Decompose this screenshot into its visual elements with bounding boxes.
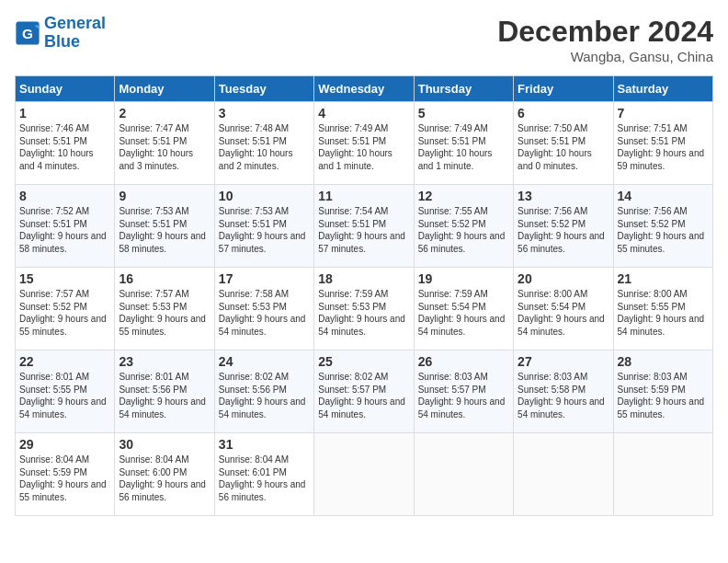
- location: Wangba, Gansu, China: [497, 49, 713, 64]
- day-number: 22: [19, 354, 110, 369]
- cell-info: Sunrise: 7:56 AM Sunset: 5:52 PM Dayligh…: [518, 205, 609, 255]
- page-header: G General Blue December 2024 Wangba, Gan…: [15, 15, 713, 64]
- calendar-cell: 13 Sunrise: 7:56 AM Sunset: 5:52 PM Dayl…: [514, 185, 613, 268]
- cell-info: Sunrise: 7:57 AM Sunset: 5:52 PM Dayligh…: [19, 288, 110, 338]
- calendar-week-4: 22 Sunrise: 8:01 AM Sunset: 5:55 PM Dayl…: [16, 350, 713, 433]
- calendar-cell: 8 Sunrise: 7:52 AM Sunset: 5:51 PM Dayli…: [16, 185, 115, 268]
- calendar-cell: 7 Sunrise: 7:51 AM Sunset: 5:51 PM Dayli…: [613, 102, 712, 185]
- day-number: 18: [318, 271, 409, 286]
- day-number: 12: [418, 189, 509, 203]
- day-number: 3: [219, 106, 310, 121]
- day-number: 8: [19, 189, 110, 203]
- day-number: 28: [618, 354, 709, 369]
- calendar-cell: 9 Sunrise: 7:53 AM Sunset: 5:51 PM Dayli…: [115, 185, 214, 268]
- day-header-sunday: Sunday: [16, 76, 115, 102]
- calendar-week-3: 15 Sunrise: 7:57 AM Sunset: 5:52 PM Dayl…: [16, 268, 713, 350]
- calendar-table: SundayMondayTuesdayWednesdayThursdayFrid…: [15, 75, 713, 516]
- day-header-friday: Friday: [514, 76, 613, 102]
- day-header-tuesday: Tuesday: [214, 76, 313, 102]
- logo-text: General Blue: [44, 15, 106, 52]
- day-header-wednesday: Wednesday: [314, 76, 414, 102]
- logo-icon: G: [15, 20, 40, 46]
- cell-info: Sunrise: 8:03 AM Sunset: 5:58 PM Dayligh…: [518, 371, 609, 420]
- calendar-cell: 14 Sunrise: 7:56 AM Sunset: 5:52 PM Dayl…: [613, 185, 712, 268]
- calendar-cell: 1 Sunrise: 7:46 AM Sunset: 5:51 PM Dayli…: [16, 102, 115, 185]
- calendar-cell: [514, 433, 613, 516]
- day-number: 23: [119, 354, 210, 369]
- calendar-cell: [414, 433, 513, 516]
- day-number: 1: [19, 106, 110, 121]
- calendar-cell: 27 Sunrise: 8:03 AM Sunset: 5:58 PM Dayl…: [514, 350, 613, 433]
- cell-info: Sunrise: 8:02 AM Sunset: 5:57 PM Dayligh…: [318, 371, 409, 420]
- calendar-cell: 23 Sunrise: 8:01 AM Sunset: 5:56 PM Dayl…: [115, 350, 214, 433]
- calendar-cell: 3 Sunrise: 7:48 AM Sunset: 5:51 PM Dayli…: [214, 102, 313, 185]
- day-number: 20: [518, 271, 609, 286]
- cell-info: Sunrise: 8:00 AM Sunset: 5:55 PM Dayligh…: [618, 288, 709, 338]
- day-header-monday: Monday: [115, 76, 214, 102]
- calendar-cell: 11 Sunrise: 7:54 AM Sunset: 5:51 PM Dayl…: [314, 185, 414, 268]
- calendar-cell: 21 Sunrise: 8:00 AM Sunset: 5:55 PM Dayl…: [613, 268, 712, 350]
- day-number: 15: [19, 271, 110, 286]
- calendar-cell: 10 Sunrise: 7:53 AM Sunset: 5:51 PM Dayl…: [214, 185, 313, 268]
- cell-info: Sunrise: 8:02 AM Sunset: 5:56 PM Dayligh…: [219, 371, 310, 420]
- calendar-cell: 4 Sunrise: 7:49 AM Sunset: 5:51 PM Dayli…: [314, 102, 414, 185]
- cell-info: Sunrise: 7:53 AM Sunset: 5:51 PM Dayligh…: [219, 205, 310, 255]
- day-number: 27: [518, 354, 609, 369]
- calendar-cell: 17 Sunrise: 7:58 AM Sunset: 5:53 PM Dayl…: [214, 268, 313, 350]
- day-number: 14: [618, 189, 709, 203]
- calendar-cell: 12 Sunrise: 7:55 AM Sunset: 5:52 PM Dayl…: [414, 185, 513, 268]
- cell-info: Sunrise: 8:04 AM Sunset: 5:59 PM Dayligh…: [19, 454, 110, 503]
- cell-info: Sunrise: 7:52 AM Sunset: 5:51 PM Dayligh…: [19, 205, 110, 255]
- day-number: 25: [318, 354, 409, 369]
- calendar-cell: 5 Sunrise: 7:49 AM Sunset: 5:51 PM Dayli…: [414, 102, 513, 185]
- calendar-cell: 2 Sunrise: 7:47 AM Sunset: 5:51 PM Dayli…: [115, 102, 214, 185]
- calendar-cell: 22 Sunrise: 8:01 AM Sunset: 5:55 PM Dayl…: [16, 350, 115, 433]
- day-number: 16: [119, 271, 210, 286]
- cell-info: Sunrise: 7:49 AM Sunset: 5:51 PM Dayligh…: [418, 122, 509, 172]
- cell-info: Sunrise: 7:48 AM Sunset: 5:51 PM Dayligh…: [219, 122, 310, 172]
- calendar-cell: 6 Sunrise: 7:50 AM Sunset: 5:51 PM Dayli…: [514, 102, 613, 185]
- day-number: 6: [518, 106, 609, 121]
- calendar-cell: 28 Sunrise: 8:03 AM Sunset: 5:59 PM Dayl…: [613, 350, 712, 433]
- cell-info: Sunrise: 8:03 AM Sunset: 5:59 PM Dayligh…: [618, 371, 709, 420]
- calendar-cell: 15 Sunrise: 7:57 AM Sunset: 5:52 PM Dayl…: [16, 268, 115, 350]
- calendar-cell: 19 Sunrise: 7:59 AM Sunset: 5:54 PM Dayl…: [414, 268, 513, 350]
- svg-text:G: G: [22, 25, 33, 40]
- calendar-cell: 24 Sunrise: 8:02 AM Sunset: 5:56 PM Dayl…: [214, 350, 313, 433]
- day-number: 10: [219, 189, 310, 203]
- cell-info: Sunrise: 8:00 AM Sunset: 5:54 PM Dayligh…: [518, 288, 609, 338]
- calendar-cell: 26 Sunrise: 8:03 AM Sunset: 5:57 PM Dayl…: [414, 350, 513, 433]
- day-number: 9: [119, 189, 210, 203]
- cell-info: Sunrise: 7:51 AM Sunset: 5:51 PM Dayligh…: [618, 122, 709, 172]
- day-number: 4: [318, 106, 409, 121]
- cell-info: Sunrise: 7:57 AM Sunset: 5:53 PM Dayligh…: [119, 288, 210, 338]
- cell-info: Sunrise: 7:54 AM Sunset: 5:51 PM Dayligh…: [318, 205, 409, 255]
- cell-info: Sunrise: 7:56 AM Sunset: 5:52 PM Dayligh…: [618, 205, 709, 255]
- cell-info: Sunrise: 7:49 AM Sunset: 5:51 PM Dayligh…: [318, 122, 409, 172]
- cell-info: Sunrise: 8:01 AM Sunset: 5:56 PM Dayligh…: [119, 371, 210, 420]
- title-area: December 2024 Wangba, Gansu, China: [497, 15, 713, 64]
- day-header-thursday: Thursday: [414, 76, 513, 102]
- day-number: 21: [618, 271, 709, 286]
- cell-info: Sunrise: 7:50 AM Sunset: 5:51 PM Dayligh…: [518, 122, 609, 172]
- day-number: 26: [418, 354, 509, 369]
- day-number: 7: [618, 106, 709, 121]
- day-number: 29: [19, 437, 110, 452]
- calendar-week-1: 1 Sunrise: 7:46 AM Sunset: 5:51 PM Dayli…: [16, 102, 713, 185]
- cell-info: Sunrise: 8:03 AM Sunset: 5:57 PM Dayligh…: [418, 371, 509, 420]
- cell-info: Sunrise: 8:01 AM Sunset: 5:55 PM Dayligh…: [19, 371, 110, 420]
- calendar-week-2: 8 Sunrise: 7:52 AM Sunset: 5:51 PM Dayli…: [16, 185, 713, 268]
- calendar-cell: 25 Sunrise: 8:02 AM Sunset: 5:57 PM Dayl…: [314, 350, 414, 433]
- day-number: 31: [219, 437, 310, 452]
- calendar-week-5: 29 Sunrise: 8:04 AM Sunset: 5:59 PM Dayl…: [16, 433, 713, 516]
- calendar-cell: 20 Sunrise: 8:00 AM Sunset: 5:54 PM Dayl…: [514, 268, 613, 350]
- day-number: 11: [318, 189, 409, 203]
- calendar-cell: 30 Sunrise: 8:04 AM Sunset: 6:00 PM Dayl…: [115, 433, 214, 516]
- calendar-cell: 16 Sunrise: 7:57 AM Sunset: 5:53 PM Dayl…: [115, 268, 214, 350]
- day-number: 24: [219, 354, 310, 369]
- day-number: 30: [119, 437, 210, 452]
- day-number: 19: [418, 271, 509, 286]
- cell-info: Sunrise: 7:58 AM Sunset: 5:53 PM Dayligh…: [219, 288, 310, 338]
- cell-info: Sunrise: 7:47 AM Sunset: 5:51 PM Dayligh…: [119, 122, 210, 172]
- cell-info: Sunrise: 8:04 AM Sunset: 6:01 PM Dayligh…: [219, 454, 310, 503]
